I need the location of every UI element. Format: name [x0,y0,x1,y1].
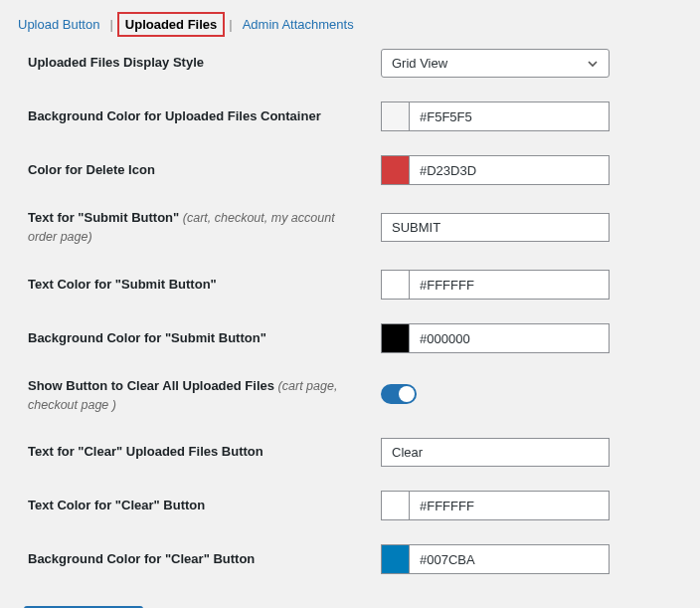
tab-separator: | [229,17,232,32]
label-submit-text: Text for "Submit Button" [28,210,179,225]
show-clear-btn-toggle[interactable] [381,384,417,404]
tab-admin-attachments[interactable]: Admin Attachments [237,14,360,35]
clear-bg-color-input[interactable] [410,545,609,573]
submit-text-input[interactable] [381,213,610,242]
clear-text-color-field[interactable] [381,491,610,520]
clear-text-color-input[interactable] [410,492,609,519]
label-submit-text-color: Text Color for "Submit Button" [28,277,217,292]
delete-icon-color-field[interactable] [381,155,610,185]
row-clear-text-color: Text Color for "Clear" Button [28,491,672,520]
submit-text-color-swatch[interactable] [382,271,410,299]
label-show-clear-btn: Show Button to Clear All Uploaded Files [28,378,274,393]
tab-upload-button[interactable]: Upload Button [12,14,105,35]
settings-form: Uploaded Files Display Style Grid View B… [8,49,692,608]
label-clear-text-color: Text Color for "Clear" Button [28,498,205,512]
row-delete-icon: Color for Delete Icon [28,155,672,185]
submit-text-color-input[interactable] [410,271,609,299]
submit-bg-color-field[interactable] [381,323,610,353]
clear-bg-color-swatch[interactable] [382,545,410,573]
row-clear-text: Text for "Clear" Uploaded Files Button [28,438,672,467]
row-show-clear-btn: Show Button to Clear All Uploaded Files … [28,377,672,414]
label-clear-text: Text for "Clear" Uploaded Files Button [28,444,263,459]
tabs-bar: Upload Button | Uploaded Files | Admin A… [8,8,692,49]
tab-separator: | [109,17,112,32]
bg-container-input[interactable] [410,102,609,130]
submit-bg-color-input[interactable] [410,324,609,352]
submit-bg-color-swatch[interactable] [382,324,410,352]
toggle-knob [399,386,415,402]
row-submit-text: Text for "Submit Button" (cart, checkout… [28,209,672,246]
row-display-style: Uploaded Files Display Style Grid View [28,49,672,78]
row-bg-container: Background Color for Uploaded Files Cont… [28,101,672,131]
clear-text-color-swatch[interactable] [382,492,410,519]
label-submit-bg-color: Background Color for "Submit Button" [28,330,266,345]
bg-container-color-field[interactable] [381,101,610,131]
display-style-select[interactable]: Grid View [381,49,610,78]
label-clear-bg-color: Background Color for "Clear" Button [28,551,255,566]
settings-panel: Upload Button | Uploaded Files | Admin A… [8,8,692,608]
bg-container-swatch[interactable] [382,102,410,130]
row-clear-bg-color: Background Color for "Clear" Button [28,544,672,574]
clear-text-input[interactable] [381,438,610,467]
tab-uploaded-files[interactable]: Uploaded Files [117,12,225,37]
clear-bg-color-field[interactable] [381,544,610,574]
display-style-select-input[interactable]: Grid View [382,50,609,77]
delete-icon-input[interactable] [410,156,609,184]
submit-text-color-field[interactable] [381,270,610,300]
delete-icon-swatch[interactable] [382,156,410,184]
label-display-style: Uploaded Files Display Style [28,55,204,70]
row-submit-bg-color: Background Color for "Submit Button" [28,323,672,353]
label-delete-icon: Color for Delete Icon [28,162,155,177]
label-bg-container: Background Color for Uploaded Files Cont… [28,108,321,123]
row-submit-text-color: Text Color for "Submit Button" [28,270,672,300]
